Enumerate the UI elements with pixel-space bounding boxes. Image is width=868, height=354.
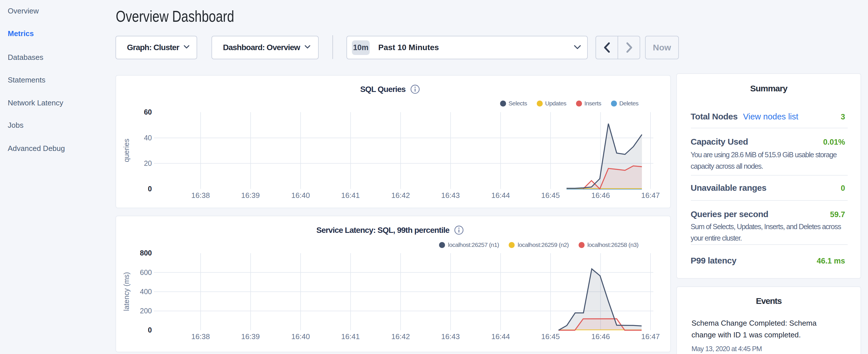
svg-text:60: 60 [144, 108, 152, 116]
svg-text:800: 800 [140, 249, 152, 257]
svg-text:20: 20 [144, 159, 152, 167]
svg-text:16:41: 16:41 [341, 332, 360, 341]
svg-text:16:38: 16:38 [191, 191, 210, 200]
svg-text:16:43: 16:43 [441, 191, 460, 200]
svg-text:16:39: 16:39 [241, 332, 260, 341]
svg-text:latency (ms): latency (ms) [122, 272, 130, 311]
svg-text:queries: queries [122, 139, 130, 162]
svg-text:40: 40 [144, 134, 152, 142]
svg-text:16:47: 16:47 [641, 191, 660, 200]
svg-text:16:43: 16:43 [441, 332, 460, 341]
svg-text:16:45: 16:45 [541, 332, 560, 341]
svg-text:16:46: 16:46 [591, 191, 610, 200]
svg-text:16:44: 16:44 [491, 191, 510, 200]
svg-text:0: 0 [148, 326, 152, 334]
svg-text:16:40: 16:40 [291, 191, 310, 200]
svg-text:16:44: 16:44 [491, 332, 510, 341]
svg-text:16:38: 16:38 [191, 332, 210, 341]
svg-text:16:47: 16:47 [641, 332, 660, 341]
svg-text:16:45: 16:45 [541, 191, 560, 200]
svg-text:16:40: 16:40 [291, 332, 310, 341]
svg-text:16:42: 16:42 [391, 191, 410, 200]
svg-text:16:46: 16:46 [591, 332, 610, 341]
svg-text:600: 600 [140, 268, 152, 277]
svg-text:16:42: 16:42 [391, 332, 410, 341]
svg-text:400: 400 [140, 288, 152, 296]
svg-text:200: 200 [140, 307, 152, 315]
svg-text:0: 0 [148, 185, 152, 193]
svg-text:16:41: 16:41 [341, 191, 360, 200]
svg-text:16:39: 16:39 [241, 191, 260, 200]
